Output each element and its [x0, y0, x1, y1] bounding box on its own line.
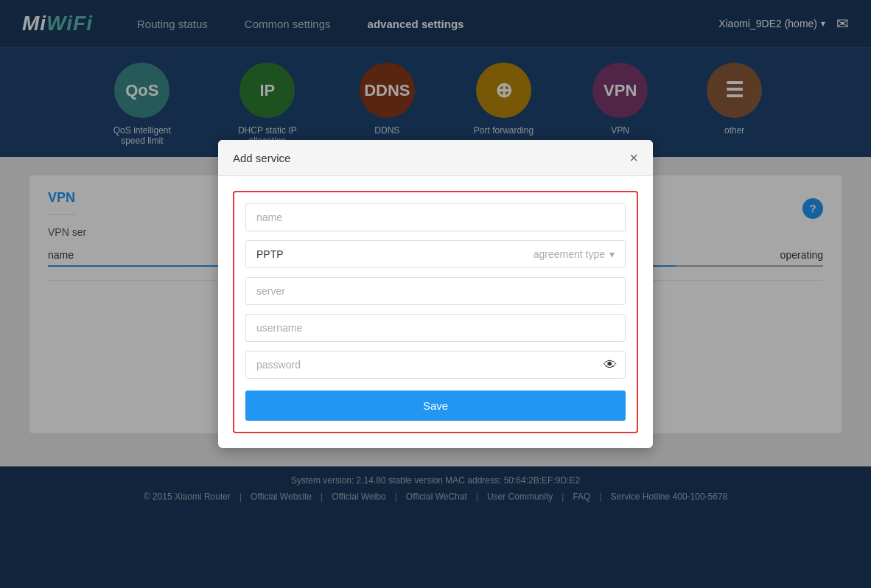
eye-icon[interactable]: 👁: [604, 357, 617, 373]
modal-body: PPTP agreement type ▾ 👁 Save: [218, 176, 653, 448]
modal-header: Add service ×: [218, 140, 653, 176]
add-service-modal: Add service × PPTP agreement type ▾ 👁: [218, 140, 653, 448]
save-button[interactable]: Save: [245, 391, 626, 421]
password-row: 👁: [245, 351, 626, 379]
form-box: PPTP agreement type ▾ 👁 Save: [233, 191, 638, 433]
modal-title: Add service: [233, 152, 290, 164]
agreement-row: PPTP agreement type ▾: [245, 240, 626, 268]
modal-close-button[interactable]: ×: [629, 150, 638, 165]
username-input[interactable]: [245, 314, 626, 342]
pptp-label: PPTP: [256, 248, 534, 260]
name-input[interactable]: [245, 203, 626, 231]
modal-overlay: Add service × PPTP agreement type ▾ 👁: [0, 0, 871, 588]
password-input[interactable]: [245, 351, 626, 379]
server-input[interactable]: [245, 277, 626, 305]
chevron-down-icon: ▾: [609, 248, 615, 260]
agreement-label[interactable]: agreement type ▾: [534, 248, 615, 260]
